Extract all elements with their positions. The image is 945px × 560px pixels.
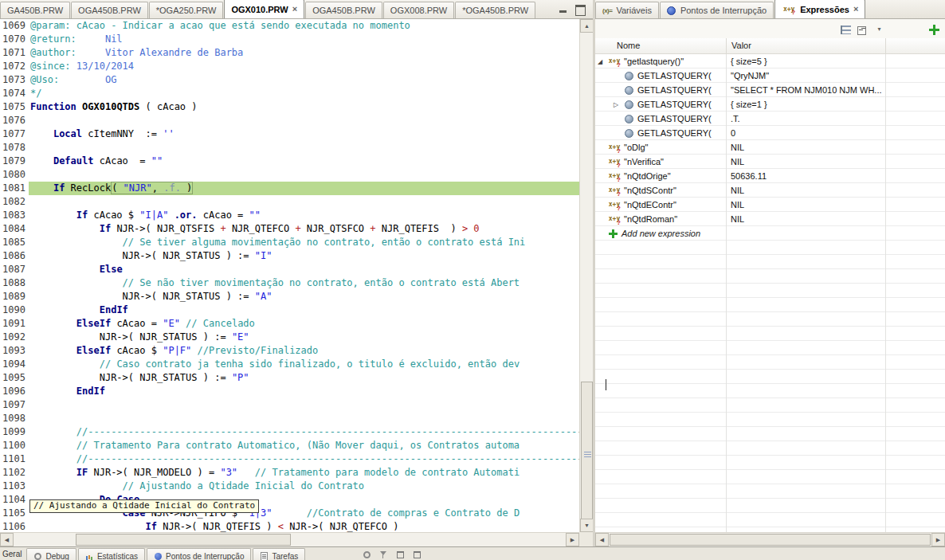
editor-tab[interactable]: OGX010.PRW×: [224, 0, 304, 18]
line-number[interactable]: 1086: [0, 249, 29, 263]
line-number[interactable]: 1103: [0, 480, 29, 493]
line-number[interactable]: 1090: [0, 303, 29, 317]
line-number[interactable]: 1092: [0, 331, 29, 344]
line-number[interactable]: 1106: [0, 520, 29, 532]
add-expression-icon[interactable]: [927, 22, 940, 36]
panel-tab[interactable]: (x)=Variáveis: [595, 2, 659, 18]
line-number[interactable]: 1082: [0, 195, 29, 209]
line-number[interactable]: 1076: [0, 114, 29, 127]
panel-tab[interactable]: x+y?Expressões×: [774, 0, 865, 18]
line-number[interactable]: 1101: [0, 452, 29, 466]
line-number[interactable]: 1071: [0, 46, 29, 60]
line-number[interactable]: 1102: [0, 466, 29, 480]
line-number[interactable]: 1097: [0, 398, 29, 412]
scroll-left-icon[interactable]: ◀: [595, 533, 609, 546]
column-header-valor[interactable]: Valor: [727, 38, 886, 53]
expression-row[interactable]: x+y?"nQtdSContr"NIL: [595, 183, 945, 198]
line-number[interactable]: 1095: [0, 371, 29, 385]
scroll-up-icon[interactable]: ▲: [580, 19, 594, 33]
line-number[interactable]: 1072: [0, 60, 29, 73]
bottom-view-tab[interactable]: Tarefas: [253, 548, 305, 560]
expression-row[interactable]: GETLASTQUERY("QryNJM": [595, 69, 945, 83]
editor-horizontal-scrollbar[interactable]: ◀ ▶: [0, 532, 579, 546]
line-number[interactable]: 1077: [0, 127, 29, 141]
line-number[interactable]: 1105: [0, 507, 29, 520]
collapse-all-icon[interactable]: [855, 22, 869, 36]
maximize-view-icon[interactable]: [575, 5, 585, 14]
expression-row[interactable]: GETLASTQUERY(0: [595, 126, 945, 140]
close-tab-icon[interactable]: ×: [853, 5, 858, 14]
scroll-left-icon[interactable]: ◀: [0, 533, 14, 546]
line-number[interactable]: 1081: [0, 182, 29, 195]
expression-row[interactable]: GETLASTQUERY("SELECT * FROM NJM010 NJM W…: [595, 83, 945, 97]
expression-row[interactable]: x+y?"nVerifica"NIL: [595, 155, 945, 169]
editor-tab[interactable]: OGX008.PRW: [383, 2, 454, 18]
line-number[interactable]: 1083: [0, 209, 29, 222]
expression-row[interactable]: x+y?"nQtdOrige"50636.11: [595, 169, 945, 183]
maximize-view-icon[interactable]: [413, 550, 422, 559]
horizontal-scroll-thumb[interactable]: [610, 534, 931, 546]
line-number[interactable]: 1074: [0, 87, 29, 100]
editor-tab[interactable]: OGA450B.PRW: [71, 2, 148, 18]
expand-icon[interactable]: ◢: [598, 58, 607, 65]
scroll-down-icon[interactable]: ▼: [580, 519, 594, 532]
line-number[interactable]: 1069: [0, 19, 29, 33]
show-logical-structures-icon[interactable]: [837, 22, 851, 36]
line-number[interactable]: 1091: [0, 317, 29, 331]
minimize-view-icon[interactable]: [559, 5, 568, 14]
editor-tab[interactable]: GA450B.PRW: [0, 2, 70, 18]
expression-row[interactable]: x+y?"nQtdEContr"NIL: [595, 198, 945, 212]
line-number[interactable]: 1070: [0, 33, 29, 46]
code-text: [29, 398, 579, 412]
line-number[interactable]: 1093: [0, 344, 29, 358]
column-divider[interactable]: [726, 54, 727, 532]
expression-row[interactable]: x+y?"nQtdRoman"NIL: [595, 212, 945, 226]
line-number[interactable]: 1099: [0, 425, 29, 439]
expand-icon[interactable]: ▷: [614, 101, 623, 108]
column-header-nome[interactable]: Nome: [595, 38, 727, 53]
view-menu-icon[interactable]: ▾: [872, 22, 886, 36]
expression-value: 0: [727, 128, 942, 138]
panel-horizontal-scrollbar[interactable]: ◀ ▶: [595, 532, 945, 546]
scroll-right-icon[interactable]: ▶: [931, 533, 945, 546]
expression-row[interactable]: ◢x+y?"getlastquery()"{ size=5 }: [595, 54, 945, 69]
code-editor[interactable]: 1069@param: cAcao - Indicar a acao que e…: [0, 19, 579, 532]
line-number[interactable]: 1084: [0, 222, 29, 236]
scroll-right-icon[interactable]: ▶: [566, 533, 579, 546]
panel-tab[interactable]: Pontos de Interrupção: [660, 2, 774, 18]
line-number[interactable]: 1078: [0, 141, 29, 155]
line-number[interactable]: 1096: [0, 385, 29, 398]
editor-tab[interactable]: *OGA450B.PRW: [455, 2, 535, 18]
line-number[interactable]: 1073: [0, 73, 29, 87]
line-number[interactable]: 1080: [0, 168, 29, 182]
line-number[interactable]: 1094: [0, 358, 29, 371]
line-number[interactable]: 1088: [0, 276, 29, 290]
variables-icon: (x)=: [602, 7, 612, 14]
expression-row[interactable]: Add new expression: [595, 226, 945, 241]
editor-tab[interactable]: *OGA250.PRW: [149, 2, 224, 18]
code-token: "E": [232, 331, 249, 343]
editor-tab[interactable]: OGA450B.PRW: [305, 2, 382, 18]
editor-vertical-scrollbar[interactable]: ▲ ▼: [579, 19, 593, 532]
horizontal-scroll-thumb[interactable]: [76, 534, 291, 546]
bottom-view-tab[interactable]: Estatísticas: [78, 548, 145, 560]
line-number[interactable]: 1085: [0, 236, 29, 249]
line-number[interactable]: 1087: [0, 263, 29, 276]
column-divider[interactable]: [885, 54, 886, 532]
close-tab-icon[interactable]: ×: [292, 5, 297, 14]
filter-icon[interactable]: [379, 550, 388, 559]
expression-row[interactable]: x+y?"oDlg"NIL: [595, 140, 945, 155]
line-number[interactable]: 1089: [0, 290, 29, 303]
bottom-view-tab[interactable]: Debug: [26, 548, 76, 560]
line-number[interactable]: 1100: [0, 439, 29, 452]
settings-icon[interactable]: [363, 550, 371, 559]
line-number[interactable]: 1079: [0, 155, 29, 168]
line-number[interactable]: 1075: [0, 100, 29, 114]
line-number[interactable]: 1098: [0, 412, 29, 425]
bottom-view-tab[interactable]: Pontos de Interrupção: [147, 548, 251, 560]
expression-row[interactable]: ▷GETLASTQUERY({ size=1 }: [595, 97, 945, 112]
line-number[interactable]: 1104: [0, 493, 29, 507]
restore-view-icon[interactable]: [396, 550, 405, 559]
vertical-scroll-thumb[interactable]: [581, 382, 593, 529]
expression-row[interactable]: GETLASTQUERY(.T.: [595, 112, 945, 126]
